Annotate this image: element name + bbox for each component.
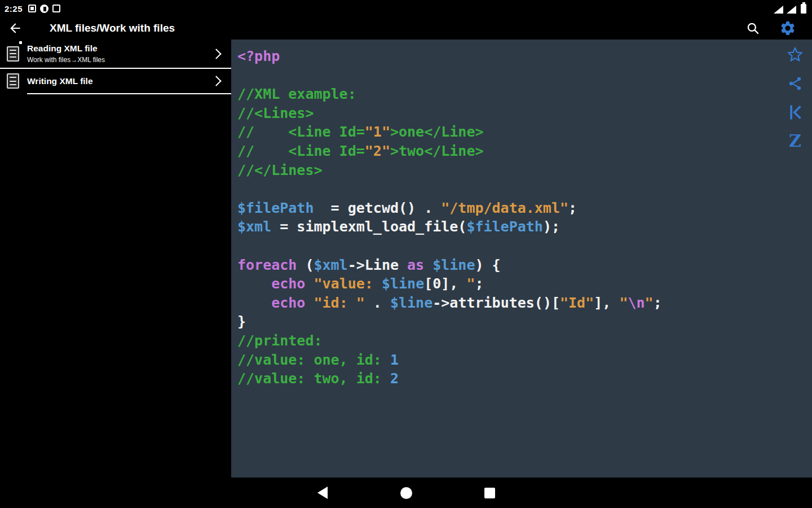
search-button[interactable] [745,21,760,36]
right-toolbar: Z [785,45,805,151]
nav-back-button[interactable] [316,486,329,500]
code-line: } [237,312,806,331]
nav-recents-icon [484,488,495,498]
list-divider [27,93,231,94]
status-bar: 2:25 [0,0,812,17]
battery-icon [801,4,806,14]
share-button[interactable] [785,74,805,93]
code-line [237,179,806,199]
sidebar: Reading XML file Work with files→XML fil… [0,40,231,478]
notification-square-icon [28,5,36,12]
code-line: //</Lines> [237,161,806,180]
nav-home-icon [400,487,412,499]
skip-to-start-button[interactable] [785,103,805,122]
notification-circle-icon [40,5,48,13]
wifi-icon [774,6,783,14]
code-editor[interactable]: <?php //XML example://<Lines>// <Line Id… [231,40,812,388]
sidebar-item-title: Reading XML file [27,43,213,54]
code-line: echo "value: $line[0], "; [237,274,806,294]
nav-recents-button[interactable] [483,486,496,500]
chevron-right-icon [211,49,221,59]
document-icon [7,73,19,89]
skip-to-start-icon [787,104,804,121]
sidebar-item-title: Writing XML file [27,76,213,86]
back-arrow-icon [8,21,23,36]
sidebar-item-writing-xml-file[interactable]: Writing XML file [0,69,231,93]
code-line: foreach ($xml->Line as $line) { [237,256,806,275]
app-bar: XML files/Work with files [0,17,812,40]
android-navigation-bar [0,478,812,508]
code-line: $filePath = getcwd() . "/tmp/data.xml"; [237,199,806,218]
page-title: XML files/Work with files [50,22,745,34]
code-line: <?php [237,47,806,66]
nav-home-button[interactable] [399,486,413,500]
zen-mode-button[interactable]: Z [785,132,805,151]
code-line: $xml = simplexml_load_file($filePath); [237,217,806,237]
share-icon [787,76,803,91]
favorite-button[interactable] [785,45,805,64]
code-line: //value: two, id: 2 [237,369,806,388]
notification-box-icon [52,5,60,12]
settings-button[interactable] [779,20,796,37]
cell-signal-icon [787,6,796,14]
sidebar-item-breadcrumb: Work with files→XML files [27,56,213,64]
code-line: //<Lines> [237,104,806,123]
sidebar-item-reading-xml-file[interactable]: Reading XML file Work with files→XML fil… [0,40,231,69]
back-button[interactable] [8,19,30,37]
status-time: 2:25 [5,4,23,14]
code-line: //value: one, id: 1 [237,351,806,370]
code-line: //printed: [237,331,806,351]
code-line [237,66,806,85]
new-indicator-dot [19,41,22,44]
search-icon [745,21,760,36]
code-line: // <Line Id="1">one</Line> [237,122,806,142]
nav-back-icon [317,487,328,499]
main-area: Reading XML file Work with files→XML fil… [0,40,812,478]
letter-z-icon: Z [789,133,801,150]
code-line: echo "id: " . $line->attributes()["Id"],… [237,294,806,313]
code-line [237,237,806,256]
code-line: //XML example: [237,85,806,104]
code-line: // <Line Id="2">two</Line> [237,142,806,161]
settings-gear-icon [779,20,796,37]
content-area: <?php //XML example://<Lines>// <Line Id… [231,40,812,478]
document-icon [7,46,19,62]
favorite-star-icon [786,46,804,64]
chevron-right-icon [211,76,221,86]
